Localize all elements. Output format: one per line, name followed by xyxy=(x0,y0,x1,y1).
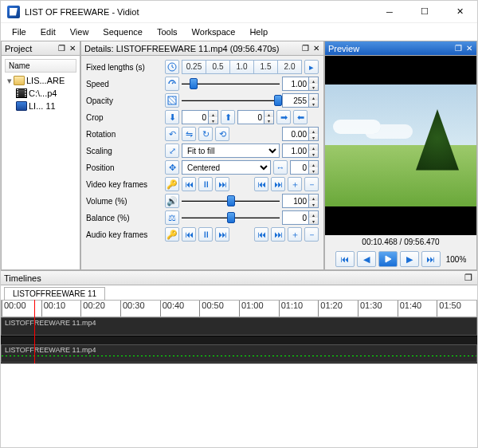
speed-slider[interactable] xyxy=(182,77,280,90)
step-back-icon[interactable]: ◀ xyxy=(357,251,376,267)
akf-add-icon[interactable]: ＋ xyxy=(288,227,302,242)
balance-spinner[interactable]: ▴▾ xyxy=(309,210,319,225)
akf-next-icon[interactable]: ⏭ xyxy=(215,227,229,242)
kf-next-icon[interactable]: ⏭ xyxy=(215,177,229,191)
arrow-left-icon[interactable]: ⬅ xyxy=(293,110,308,124)
menu-view[interactable]: View xyxy=(64,26,96,38)
align-h-icon[interactable]: ↔ xyxy=(273,160,288,175)
balance-icon[interactable]: ⚖ xyxy=(165,210,179,225)
project-root[interactable]: LIS...ARE xyxy=(26,76,65,85)
tree-expand-icon[interactable]: ▾ xyxy=(5,76,14,86)
rotation-input[interactable] xyxy=(282,127,309,141)
project-maximize-icon[interactable]: ❐ xyxy=(56,43,67,54)
kf-first-icon[interactable]: ⏮ xyxy=(254,177,268,191)
window-title: LIST OF FREEWARE - Vidiot xyxy=(25,7,372,17)
position-spinner[interactable]: ▴▾ xyxy=(309,160,319,175)
len-opt[interactable]: 1.0 xyxy=(230,60,254,74)
clock-icon[interactable] xyxy=(165,60,179,74)
key-icon[interactable]: 🔑 xyxy=(165,177,179,191)
balance-input[interactable] xyxy=(282,210,309,225)
balance-slider[interactable] xyxy=(182,211,280,224)
kf-play-icon[interactable]: ⏸ xyxy=(198,177,213,191)
menu-workspace[interactable]: Workspace xyxy=(186,26,242,38)
project-column-header[interactable]: Name xyxy=(5,59,76,73)
scale-icon[interactable]: ⤢ xyxy=(165,143,179,158)
details-maximize-icon[interactable]: ❐ xyxy=(300,43,311,54)
akf-play-icon[interactable]: ⏸ xyxy=(198,227,213,242)
volume-input[interactable] xyxy=(282,194,309,208)
speed-input[interactable] xyxy=(282,77,309,91)
speed-spinner[interactable]: ▴▾ xyxy=(309,77,319,91)
minimize-button[interactable]: ─ xyxy=(372,1,407,23)
step-forward-icon[interactable]: ▶ xyxy=(400,251,419,267)
rotate-ccw-icon[interactable]: ↶ xyxy=(165,127,179,141)
audio-clip[interactable]: LISTOFFREEWARE 11.mp4 xyxy=(1,344,477,363)
arrow-right-icon[interactable]: ▸ xyxy=(304,60,319,74)
key-icon[interactable]: 🔑 xyxy=(165,227,179,242)
timelines-maximize-icon[interactable]: ❐ xyxy=(463,273,474,284)
crop-top-input[interactable] xyxy=(182,110,209,124)
goto-end-icon[interactable]: ⏭ xyxy=(421,251,441,267)
video-clip[interactable]: LISTOFFREEWARE 11.mp4 xyxy=(1,317,477,336)
project-tree[interactable]: ▾ LIS...ARE C:\...p4 LI... 11 xyxy=(5,74,76,112)
scaling-input[interactable] xyxy=(282,143,309,158)
flip-h-icon[interactable]: ⇋ xyxy=(182,127,196,141)
menu-file[interactable]: File xyxy=(6,26,33,38)
preview-close-icon[interactable]: ✕ xyxy=(464,43,475,54)
play-button[interactable] xyxy=(378,251,398,267)
akf-prev-icon[interactable]: ⏮ xyxy=(182,227,196,242)
akf-last-icon[interactable]: ⏭ xyxy=(271,227,285,242)
rotate-cw-icon[interactable]: ↻ xyxy=(198,127,213,141)
akf-remove-icon[interactable]: － xyxy=(304,227,319,242)
speaker-icon[interactable]: 🔊 xyxy=(165,194,179,208)
rotate-180-icon[interactable]: ⟲ xyxy=(215,127,229,141)
project-item[interactable]: LI... 11 xyxy=(29,101,56,111)
crop-bottom-spinner[interactable]: ▴▾ xyxy=(264,110,274,124)
position-mode-select[interactable]: Centered xyxy=(182,160,271,175)
crop-bottom-input[interactable] xyxy=(237,110,264,124)
move-icon[interactable]: ✥ xyxy=(165,160,179,175)
preview-viewport[interactable] xyxy=(325,56,476,235)
close-button[interactable]: ✕ xyxy=(442,1,477,23)
rotation-spinner[interactable]: ▴▾ xyxy=(309,127,319,141)
project-item[interactable]: C:\...p4 xyxy=(29,88,57,98)
arrow-right-icon[interactable]: ➡ xyxy=(276,110,291,124)
project-close-icon[interactable]: ✕ xyxy=(67,43,78,54)
menu-sequence[interactable]: Sequence xyxy=(96,26,149,38)
opacity-icon[interactable] xyxy=(165,93,179,108)
menu-tools[interactable]: Tools xyxy=(151,26,184,38)
ruler-tick: 00:10 xyxy=(41,301,66,316)
timeline-tab[interactable]: LISTOFFREEWARE 11 xyxy=(4,287,105,300)
arrow-up-icon[interactable]: ⬆ xyxy=(221,110,235,124)
kf-prev-icon[interactable]: ⏮ xyxy=(182,177,196,191)
volume-slider[interactable] xyxy=(182,195,280,207)
goto-start-icon[interactable]: ⏮ xyxy=(335,251,355,267)
timeline-ruler[interactable]: 00:0000:1000:2000:3000:4000:5001:0001:10… xyxy=(1,300,477,317)
opacity-input[interactable] xyxy=(282,93,309,108)
speed-icon[interactable] xyxy=(165,77,179,91)
opacity-slider[interactable] xyxy=(182,94,280,107)
crop-top-spinner[interactable]: ▴▾ xyxy=(209,110,218,124)
kf-last-icon[interactable]: ⏭ xyxy=(271,177,285,191)
len-opt[interactable]: 0.5 xyxy=(206,60,230,74)
kf-add-icon[interactable]: ＋ xyxy=(288,177,302,191)
fixed-length-options[interactable]: 0.25 0.5 1.0 1.5 2.0 xyxy=(182,60,302,74)
timeline-tracks[interactable]: LISTOFFREEWARE 11.mp4 LISTOFFREEWARE 11.… xyxy=(1,317,477,364)
preview-maximize-icon[interactable]: ❐ xyxy=(453,43,464,54)
playhead[interactable] xyxy=(34,300,35,364)
len-opt[interactable]: 2.0 xyxy=(278,60,302,74)
kf-remove-icon[interactable]: － xyxy=(304,177,319,191)
scaling-mode-select[interactable]: Fit to fill xyxy=(182,143,280,158)
akf-first-icon[interactable]: ⏮ xyxy=(254,227,268,242)
volume-spinner[interactable]: ▴▾ xyxy=(309,194,319,208)
len-opt[interactable]: 0.25 xyxy=(182,60,206,74)
opacity-spinner[interactable]: ▴▾ xyxy=(309,93,319,108)
len-opt[interactable]: 1.5 xyxy=(254,60,278,74)
position-input[interactable] xyxy=(290,160,309,175)
menu-edit[interactable]: Edit xyxy=(34,26,62,38)
details-close-icon[interactable]: ✕ xyxy=(311,43,322,54)
arrow-down-icon[interactable]: ⬇ xyxy=(165,110,179,124)
maximize-button[interactable]: ☐ xyxy=(407,1,442,23)
menu-help[interactable]: Help xyxy=(243,26,274,38)
scaling-spinner[interactable]: ▴▾ xyxy=(309,143,319,158)
